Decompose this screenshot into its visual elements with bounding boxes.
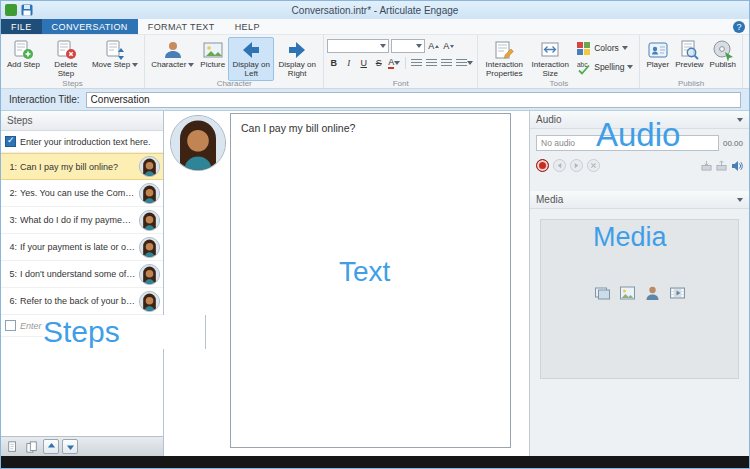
right-panel: Audio No audio 00.00 bbox=[529, 111, 749, 456]
play-button[interactable] bbox=[570, 159, 583, 172]
add-step-button[interactable]: Add Step bbox=[4, 37, 43, 72]
step-row-5[interactable]: 5: I don't understand some of the... bbox=[1, 261, 163, 288]
ribbon-group-character: Character Picture Display on Left Displa… bbox=[145, 35, 324, 88]
align-left-button[interactable] bbox=[410, 56, 423, 70]
interaction-properties-button[interactable]: Interaction Properties bbox=[481, 37, 527, 81]
bullet-list-icon bbox=[456, 59, 467, 68]
import-audio-icon[interactable] bbox=[701, 160, 712, 171]
speaker-icon[interactable] bbox=[731, 160, 743, 172]
collapse-arrow-icon[interactable] bbox=[737, 198, 743, 202]
tab-conversation[interactable]: CONVERSATION bbox=[42, 19, 138, 34]
interaction-title-input[interactable] bbox=[86, 92, 741, 108]
character-button[interactable]: Character bbox=[148, 37, 197, 72]
step-text: Can I pay my bill online? bbox=[20, 162, 136, 172]
move-step-up-button[interactable] bbox=[43, 439, 59, 454]
summary-text: Enter your summary text here. bbox=[20, 321, 141, 331]
underline-label: U bbox=[360, 58, 367, 68]
colors-icon bbox=[576, 41, 591, 56]
font-color-button[interactable]: A bbox=[387, 56, 401, 70]
interaction-title-label: Interaction Title: bbox=[9, 94, 80, 105]
media-section-header[interactable]: Media bbox=[530, 191, 749, 209]
align-left-icon bbox=[411, 59, 422, 68]
steps-panel-header: Steps bbox=[1, 111, 163, 131]
italic-button[interactable]: I bbox=[342, 56, 355, 70]
step-number: 2: bbox=[5, 188, 17, 198]
step-avatar bbox=[139, 210, 160, 231]
publish-button[interactable]: Publish bbox=[707, 37, 739, 72]
media-drop-area[interactable] bbox=[540, 219, 739, 379]
export-audio-icon[interactable] bbox=[716, 160, 727, 171]
clipart-icon bbox=[593, 284, 611, 302]
ribbon-group-tools: Interaction Properties Interaction Size … bbox=[478, 35, 640, 88]
step-text: Refer to the back of your bill to... bbox=[20, 296, 136, 306]
delete-step-button[interactable]: Delete Step bbox=[43, 37, 89, 81]
tab-format-text[interactable]: FORMAT TEXT bbox=[138, 19, 225, 34]
tab-file[interactable]: FILE bbox=[1, 19, 42, 34]
step-avatar bbox=[139, 237, 160, 258]
colors-button[interactable]: Colors bbox=[573, 40, 636, 56]
display-on-left-button[interactable]: Display on Left bbox=[228, 37, 274, 81]
step-row-4[interactable]: 4: If your payment is late or overd... bbox=[1, 234, 163, 261]
audio-controls bbox=[536, 159, 743, 172]
introduction-row[interactable]: Enter your introduction text here. bbox=[1, 131, 163, 153]
step-row-3[interactable]: 3: What do I do if my payment is l... bbox=[1, 207, 163, 234]
audio-panel: No audio 00.00 bbox=[530, 129, 749, 191]
picture-icon bbox=[202, 39, 224, 61]
audio-section-header[interactable]: Audio bbox=[530, 111, 749, 129]
grow-font-button[interactable]: A bbox=[427, 39, 440, 53]
rewind-button[interactable] bbox=[553, 159, 566, 172]
bold-button[interactable]: B bbox=[327, 56, 340, 70]
align-right-button[interactable] bbox=[440, 56, 453, 70]
audio-timeline[interactable]: No audio bbox=[536, 135, 719, 151]
shrink-font-button[interactable]: A bbox=[442, 39, 455, 53]
step-row-2[interactable]: 2: Yes. You can use the Comstar A... bbox=[1, 180, 163, 207]
underline-button[interactable]: U bbox=[357, 56, 370, 70]
character-avatar[interactable] bbox=[170, 115, 226, 171]
help-icon[interactable]: ? bbox=[733, 21, 745, 33]
player-button[interactable]: Player bbox=[643, 37, 672, 72]
new-step-button[interactable] bbox=[5, 439, 21, 454]
shrink-font-label: A bbox=[443, 41, 449, 51]
record-button[interactable] bbox=[536, 159, 549, 172]
interaction-size-button[interactable]: Interaction Size bbox=[527, 37, 573, 81]
step-avatar bbox=[139, 291, 160, 312]
collapse-arrow-icon[interactable] bbox=[737, 118, 743, 122]
font-family-select[interactable] bbox=[327, 39, 389, 53]
step-row-1[interactable]: 1: Can I pay my bill online? bbox=[1, 153, 163, 180]
step-text: Yes. You can use the Comstar A... bbox=[20, 188, 136, 198]
introduction-checkbox[interactable] bbox=[5, 136, 16, 147]
text-editor-canvas[interactable]: Can I pay my bill online? bbox=[230, 113, 511, 448]
spelling-button[interactable]: abc Spelling bbox=[573, 59, 636, 75]
step-text-content[interactable]: Can I pay my bill online? bbox=[231, 114, 510, 142]
ribbon: Add Step Delete Step Move Step Steps Cha… bbox=[1, 35, 749, 89]
move-step-button[interactable]: Move Step bbox=[89, 37, 141, 72]
player-icon bbox=[647, 39, 669, 61]
picture-button[interactable]: Picture bbox=[197, 37, 228, 72]
display-on-right-label: Display on Right bbox=[277, 61, 317, 79]
add-step-label: Add Step bbox=[7, 61, 40, 70]
move-step-down-button[interactable] bbox=[62, 439, 78, 454]
divider bbox=[405, 57, 406, 69]
app-window: Conversation.intr* - Articulate Engage F… bbox=[0, 0, 750, 469]
duplicate-step-button[interactable] bbox=[24, 439, 40, 454]
group-label-font: Font bbox=[324, 79, 477, 88]
media-panel bbox=[530, 209, 749, 456]
font-size-select[interactable] bbox=[391, 39, 425, 53]
video-icon bbox=[668, 284, 686, 302]
delete-audio-button[interactable] bbox=[587, 159, 600, 172]
step-text: If your payment is late or overd... bbox=[20, 242, 136, 252]
preview-button[interactable]: Preview bbox=[672, 37, 706, 72]
tab-help[interactable]: HELP bbox=[225, 19, 270, 34]
align-center-button[interactable] bbox=[425, 56, 438, 70]
summary-checkbox[interactable] bbox=[5, 320, 16, 331]
step-row-6[interactable]: 6: Refer to the back of your bill to... bbox=[1, 288, 163, 315]
delete-step-icon bbox=[55, 39, 77, 61]
media-type-icons bbox=[593, 284, 686, 302]
title-bar: Conversation.intr* - Articulate Engage bbox=[1, 1, 749, 19]
list-button[interactable] bbox=[455, 56, 474, 70]
strikethrough-button[interactable]: S bbox=[372, 56, 385, 70]
chevron-down-icon bbox=[394, 61, 400, 65]
summary-row[interactable]: Enter your summary text here. bbox=[1, 315, 163, 337]
character-icon bbox=[162, 39, 184, 61]
display-on-right-button[interactable]: Display on Right bbox=[274, 37, 320, 81]
